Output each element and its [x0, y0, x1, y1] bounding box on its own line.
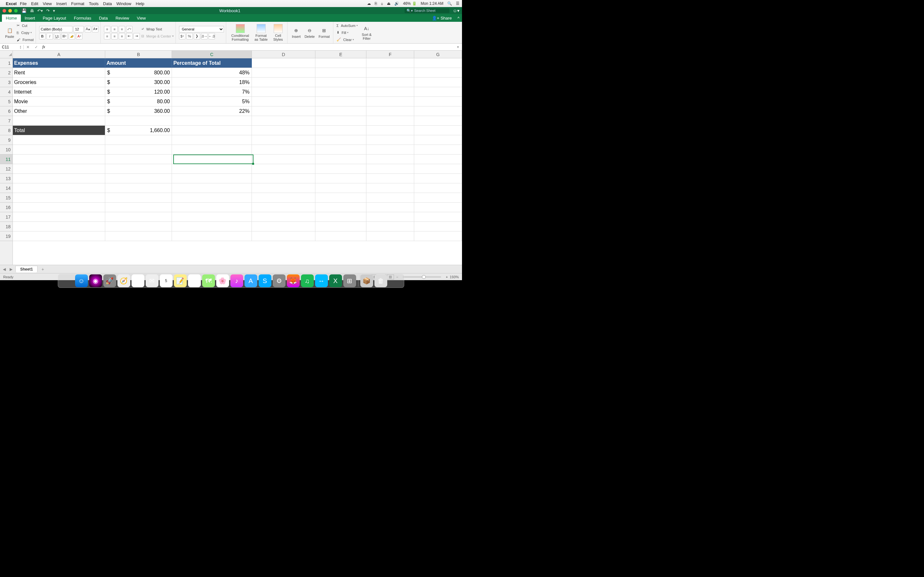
menu-format[interactable]: Format [71, 1, 84, 6]
cell[interactable] [252, 116, 316, 126]
cell[interactable] [315, 97, 367, 106]
cloud-icon[interactable]: ☁︎ [367, 1, 371, 6]
decrease-indent-icon[interactable]: ⇤ [126, 33, 132, 39]
cell[interactable] [367, 155, 414, 164]
col-header-F[interactable]: F [367, 51, 414, 58]
cell[interactable] [414, 68, 462, 77]
sheet-nav-prev-icon[interactable]: ◀ [2, 267, 7, 271]
cell[interactable] [367, 116, 414, 126]
cell[interactable] [252, 58, 316, 68]
cell[interactable]: $1,660.00 [105, 126, 172, 135]
cell[interactable] [172, 212, 252, 222]
spreadsheet-grid[interactable]: A B C D E F G 12345678910111213141516171… [0, 51, 462, 265]
dock-zip[interactable]: 📦 [360, 274, 373, 287]
dock-itunes[interactable]: ♪ [230, 274, 243, 287]
cell[interactable] [367, 145, 414, 155]
dock-excel[interactable]: X [329, 274, 342, 287]
col-header-C[interactable]: C [172, 51, 252, 58]
cell[interactable] [367, 126, 414, 135]
cell[interactable] [367, 222, 414, 231]
cell[interactable] [315, 106, 367, 116]
autosum-button[interactable]: Σ AutoSum [336, 23, 358, 29]
merge-center-button[interactable]: ⊟ Merge & Center [141, 33, 174, 39]
cell[interactable] [315, 164, 367, 174]
cell[interactable] [315, 68, 367, 77]
cell[interactable] [172, 231, 252, 241]
cell[interactable] [367, 106, 414, 116]
attachment-icon[interactable]: ⎘ [375, 1, 377, 6]
cell[interactable] [414, 58, 462, 68]
add-sheet-button[interactable]: + [39, 267, 46, 272]
border-button[interactable]: ⊞ [61, 33, 68, 39]
cell[interactable] [252, 183, 316, 193]
copy-button[interactable]: ⎘ Copy [17, 29, 34, 36]
cell[interactable] [105, 203, 172, 212]
cell[interactable] [105, 116, 172, 126]
dock-launchpad[interactable]: 🚀 [103, 274, 116, 287]
tab-view[interactable]: View [133, 15, 150, 22]
align-bottom-icon[interactable]: ≡ [119, 26, 125, 32]
cell[interactable] [105, 135, 172, 145]
sheet-tab[interactable]: Sheet1 [15, 266, 37, 272]
cell[interactable] [414, 126, 462, 135]
cell[interactable] [13, 222, 105, 231]
col-header-A[interactable]: A [13, 51, 105, 58]
align-left-icon[interactable]: ≡ [104, 33, 110, 39]
cell[interactable] [414, 155, 462, 164]
cell[interactable] [414, 106, 462, 116]
row-header-4[interactable]: 4 [0, 87, 13, 97]
dock-trash[interactable]: 🗑 [375, 274, 387, 287]
row-header-6[interactable]: 6 [0, 106, 13, 116]
cell[interactable]: 22% [172, 106, 252, 116]
cell[interactable] [414, 116, 462, 126]
cells-area[interactable]: ExpensesAmountPercentage of TotalRent$80… [13, 58, 462, 265]
accounting-icon[interactable]: $ [179, 33, 186, 39]
cell[interactable]: 48% [172, 68, 252, 77]
cell[interactable] [172, 203, 252, 212]
menu-window[interactable]: Window [116, 1, 131, 6]
cell[interactable] [172, 183, 252, 193]
cell[interactable] [13, 164, 105, 174]
fill-color-button[interactable]: ◢ [69, 33, 75, 39]
qat-customize-icon[interactable]: ▾ [53, 8, 55, 13]
number-format-select[interactable]: General [179, 26, 224, 32]
dock-safari[interactable]: 🧭 [118, 274, 130, 287]
cell[interactable] [315, 155, 367, 164]
sort-filter-button[interactable]: A↓Sort & Filter [359, 24, 375, 41]
dock-teamviewer[interactable]: ↔ [315, 274, 328, 287]
cell[interactable] [315, 231, 367, 241]
cell[interactable] [315, 145, 367, 155]
notification-icon[interactable]: ☰ [456, 1, 459, 6]
row-header-1[interactable]: 1 [0, 58, 13, 68]
cell[interactable]: Internet [13, 87, 105, 97]
cell[interactable] [252, 174, 316, 183]
format-cells-button[interactable]: ⊞Format [317, 26, 331, 39]
cell[interactable]: Expenses [13, 58, 105, 68]
cell[interactable] [414, 145, 462, 155]
cell-styles-button[interactable]: Cell Styles [271, 23, 285, 42]
align-top-icon[interactable]: ≡ [104, 26, 110, 32]
cell[interactable] [414, 203, 462, 212]
underline-button[interactable]: U [54, 33, 60, 39]
comma-icon[interactable]: ❯ [194, 33, 200, 39]
menu-tools[interactable]: Tools [89, 1, 99, 6]
cell[interactable] [252, 135, 316, 145]
save-icon[interactable]: 💾 [21, 8, 27, 13]
cell[interactable] [414, 164, 462, 174]
cell[interactable] [252, 87, 316, 97]
tab-formulas[interactable]: Formulas [70, 15, 95, 22]
cell[interactable]: 18% [172, 77, 252, 87]
cell[interactable] [13, 145, 105, 155]
row-header-8[interactable]: 8 [0, 126, 13, 135]
cell[interactable]: Other [13, 106, 105, 116]
increase-indent-icon[interactable]: ⇥ [134, 33, 140, 39]
cell[interactable] [315, 87, 367, 97]
cell[interactable] [315, 193, 367, 203]
cell[interactable]: $80.00 [105, 97, 172, 106]
dock-calendar[interactable]: 5 [160, 274, 173, 287]
cell[interactable] [315, 58, 367, 68]
insert-cells-button[interactable]: ⊕Insert [291, 26, 302, 39]
cell[interactable] [13, 212, 105, 222]
cell[interactable] [13, 155, 105, 164]
row-header-5[interactable]: 5 [0, 97, 13, 106]
